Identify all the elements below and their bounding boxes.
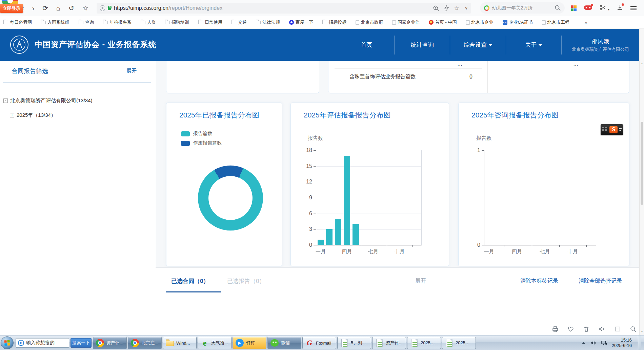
taskbar-search-input[interactable]: e 输入你想搜的 (16, 338, 69, 348)
x-tick-label: 七月 (540, 248, 550, 255)
filter-expand-link[interactable]: 展开 (126, 68, 137, 74)
user-block[interactable]: 邵凤娥 北京奥德瑞资产评估有限公司 (562, 37, 639, 52)
lightning-icon[interactable] (444, 5, 449, 11)
nav-item-2[interactable]: 统计查询 (395, 41, 450, 49)
bookmark-item[interactable]: 每日必看网 (3, 19, 32, 25)
start-button[interactable] (1, 336, 14, 349)
taskbar-search-text[interactable]: 输入你想搜的 (26, 340, 55, 346)
bookmark-star-icon[interactable]: ☆ (454, 5, 459, 12)
scrollbar-thumb[interactable] (641, 122, 643, 205)
magnifier-icon[interactable] (630, 326, 637, 332)
search-magnifier-icon[interactable] (555, 5, 561, 11)
login-now-badge[interactable]: 立即登录 (0, 4, 23, 13)
bookmark-item[interactable]: CA企业CA证书 (503, 19, 533, 25)
home-button[interactable]: ⌂ (56, 4, 60, 12)
favorite-star-button[interactable]: ☆ (82, 4, 88, 12)
taskbar-app-chrome[interactable]: 资产评... (93, 337, 127, 349)
bookmark-item[interactable]: 法律法规 (256, 19, 280, 25)
tree-node[interactable]: -北京奥德瑞资产评估有限公司(13/34) (3, 97, 93, 104)
legend-swatch (181, 131, 190, 136)
ime-controls[interactable] (619, 128, 622, 131)
site-title: 中国资产评估协会 - 业务报备系统 (35, 39, 156, 50)
download-icon[interactable] (617, 4, 623, 12)
bookmark-item[interactable]: 北京市工程 (542, 19, 569, 25)
clear-all-records-link[interactable]: 清除全部选择记录 (579, 278, 622, 285)
speaker-icon[interactable] (599, 326, 605, 332)
url-text[interactable]: https://uimp.cas.org.cn/report/Home/orgi… (114, 5, 222, 11)
taskbar-app-foxmail[interactable]: GFoxmail (302, 337, 336, 349)
apps-grid-icon[interactable] (571, 5, 577, 11)
show-desktop-button[interactable] (638, 335, 641, 350)
tab-selected-reports[interactable]: 已选报告（0） (227, 277, 265, 285)
forward-button[interactable]: › (32, 4, 35, 12)
bookmark-item[interactable]: 首页 - 中国 (429, 19, 457, 25)
bookmark-item[interactable]: 人资 (141, 19, 156, 25)
games-icon[interactable] (584, 5, 592, 12)
bookmark-item[interactable]: 招标投标 (322, 19, 346, 25)
printer-icon[interactable] (552, 326, 559, 332)
bookmarks-overflow-chevron[interactable]: » (585, 20, 587, 25)
trash-icon[interactable] (583, 326, 590, 332)
page-icon (392, 20, 396, 25)
legend-item[interactable]: 报告篇数 (181, 131, 222, 137)
expand-icon[interactable]: + (10, 113, 14, 117)
bookmark-item[interactable]: 交通 (232, 19, 247, 25)
taskbar-app-e-green[interactable]: e天气预... (198, 337, 232, 349)
taskbar-app-doc[interactable]: 2025行... (442, 337, 476, 349)
volume-icon[interactable] (590, 340, 596, 346)
bar-五月 (353, 224, 359, 245)
bookmark-item[interactable]: 北京市企业 (466, 19, 494, 25)
scrollbar-down-arrow[interactable]: ▼ (640, 330, 644, 333)
search-input-text[interactable]: 幼儿园一年关2万所 (492, 5, 552, 11)
taskbar-app-dingtalk[interactable]: 钉钉 (233, 337, 266, 349)
page-scrollbar[interactable]: ▲ ▼ (639, 29, 644, 335)
taskbar-app-chrome[interactable]: 北京注... (128, 337, 162, 349)
legend-item[interactable]: 作废报告篇数 (181, 140, 222, 146)
taskbar-search-button[interactable]: 搜索一下 (71, 338, 92, 348)
url-bar[interactable]: https://uimp.cas.org.cn/report/Home/orgi… (97, 3, 471, 14)
tree-node[interactable]: +2025年（13/34） (10, 112, 56, 118)
bookmark-item[interactable]: 国家企业信 (392, 19, 420, 25)
taskbar-app-label: 5、刘... (351, 340, 366, 346)
scrollbar-up-arrow[interactable]: ▲ (640, 62, 644, 65)
bookmark-item[interactable]: 招聘培训 (165, 19, 189, 25)
sogou-ime-widget[interactable]: S (601, 124, 623, 135)
heart-icon[interactable] (567, 326, 574, 332)
nav-item-4[interactable]: 关于 (506, 41, 561, 49)
url-dropdown-chevron[interactable]: ∨ (465, 6, 468, 10)
menu-icon[interactable] (630, 6, 637, 10)
bookmark-label: 北京市政府 (361, 19, 383, 25)
taskbar-app-doc[interactable]: 5、刘... (337, 337, 371, 349)
nav-item-3[interactable]: 综合设置 (450, 41, 505, 49)
taskbar-app-label: 微信 (281, 340, 290, 346)
shield-icon[interactable] (100, 5, 105, 11)
network-display-icon[interactable] (601, 340, 607, 346)
undo-button[interactable]: ↺ (68, 4, 74, 12)
tray-expand-icon[interactable] (582, 342, 585, 344)
browser-search-box[interactable]: 幼儿园一年关2万所 (480, 2, 565, 14)
doc-icon (375, 338, 384, 347)
window-icon[interactable] (614, 326, 621, 332)
bookmark-item[interactable]: 百度一下 (289, 19, 313, 25)
taskbar-clock[interactable]: 15:16 2025-6-16 (612, 337, 632, 348)
bookmark-item[interactable]: 北京市政府 (356, 19, 383, 25)
nav-item-1[interactable]: 首页 (339, 41, 394, 49)
clear-tab-records-link[interactable]: 清除本标签记录 (520, 278, 558, 285)
taskbar-app-folder[interactable]: Wind... (163, 337, 197, 349)
tab-selected-contracts[interactable]: 已选合同（0） (171, 277, 209, 285)
refresh-button[interactable]: ⟳ (42, 4, 48, 12)
bottom-expand-link[interactable]: 展开 (415, 278, 426, 285)
collapse-icon[interactable]: - (3, 99, 8, 103)
chrome-icon (96, 338, 104, 347)
scissors-icon[interactable]: ▾ (600, 5, 609, 12)
bookmark-item[interactable]: 查询 (79, 19, 94, 25)
taskbar-app-wechat[interactable]: 微信 (267, 337, 301, 349)
taskbar-app-doc[interactable]: 2025北... (407, 337, 441, 349)
zoom-icon[interactable] (433, 5, 439, 11)
taskbar-app-doc[interactable]: 资产评... (372, 337, 406, 349)
bookmark-item[interactable]: 入围系统维 (41, 19, 69, 25)
bookmark-item[interactable]: 年检报备系 (103, 19, 132, 25)
gov-icon (429, 20, 434, 25)
nav-item-label: 统计查询 (411, 42, 434, 48)
bookmark-item[interactable]: 日常使用 (198, 19, 222, 25)
